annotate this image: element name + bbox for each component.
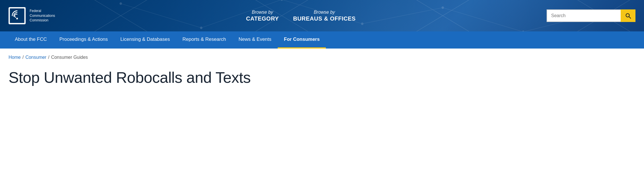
search-icon bbox=[625, 13, 631, 19]
breadcrumb-consumer[interactable]: Consumer bbox=[25, 55, 46, 60]
browse-category-prefix: Browse by bbox=[246, 9, 279, 15]
breadcrumb: Home / Consumer / Consumer Guides bbox=[9, 55, 635, 60]
svg-point-13 bbox=[522, 31, 524, 31]
browse-bureaus-label: BUREAUS & OFFICES bbox=[293, 15, 356, 22]
nav-item-about[interactable]: About the FCC bbox=[9, 31, 53, 49]
svg-line-4 bbox=[402, 0, 483, 31]
svg-line-18 bbox=[362, 8, 443, 24]
search-input[interactable] bbox=[547, 9, 621, 22]
svg-point-11 bbox=[361, 23, 363, 25]
header-nav-center: Browse by CATEGORY Browse by BUREAUS & O… bbox=[246, 9, 356, 22]
svg-line-24 bbox=[629, 17, 631, 18]
svg-line-15 bbox=[121, 4, 201, 28]
breadcrumb-sep-1: / bbox=[23, 55, 24, 60]
breadcrumb-sep-2: / bbox=[48, 55, 49, 60]
nav-item-licensing[interactable]: Licensing & Databases bbox=[114, 31, 176, 49]
main-nav: About the FCC Proceedings & Actions Lice… bbox=[0, 31, 644, 49]
browse-bureaus-button[interactable]: Browse by BUREAUS & OFFICES bbox=[293, 9, 356, 22]
svg-point-12 bbox=[441, 6, 444, 9]
fcc-logo-box bbox=[9, 7, 26, 24]
svg-rect-21 bbox=[9, 8, 25, 23]
svg-line-0 bbox=[81, 0, 161, 31]
browse-category-button[interactable]: Browse by CATEGORY bbox=[246, 9, 279, 22]
breadcrumb-current: Consumer Guides bbox=[51, 55, 88, 60]
browse-bureaus-prefix: Browse by bbox=[293, 9, 356, 15]
svg-point-22 bbox=[16, 18, 18, 19]
search-area bbox=[547, 9, 635, 22]
nav-item-consumers[interactable]: For Consumers bbox=[278, 31, 326, 49]
svg-line-19 bbox=[443, 8, 523, 31]
svg-point-8 bbox=[120, 2, 122, 5]
site-header: Federal Communications Commission Browse… bbox=[0, 0, 644, 31]
svg-line-1 bbox=[81, 0, 161, 31]
svg-line-5 bbox=[402, 0, 483, 31]
nav-item-proceedings[interactable]: Proceedings & Actions bbox=[53, 31, 114, 49]
browse-category-label: CATEGORY bbox=[246, 15, 279, 22]
page-title-area: Stop Unwanted Robocalls and Texts bbox=[0, 63, 644, 98]
svg-point-10 bbox=[281, 0, 283, 1]
logo-area[interactable]: Federal Communications Commission bbox=[9, 7, 55, 24]
svg-point-9 bbox=[200, 27, 202, 29]
breadcrumb-area: Home / Consumer / Consumer Guides bbox=[0, 49, 644, 63]
logo-subtitle: Federal Communications Commission bbox=[30, 9, 55, 23]
nav-item-news[interactable]: News & Events bbox=[232, 31, 278, 49]
page-title: Stop Unwanted Robocalls and Texts bbox=[9, 69, 635, 86]
search-button[interactable] bbox=[621, 9, 635, 22]
breadcrumb-home[interactable]: Home bbox=[9, 55, 21, 60]
nav-item-reports[interactable]: Reports & Research bbox=[176, 31, 232, 49]
